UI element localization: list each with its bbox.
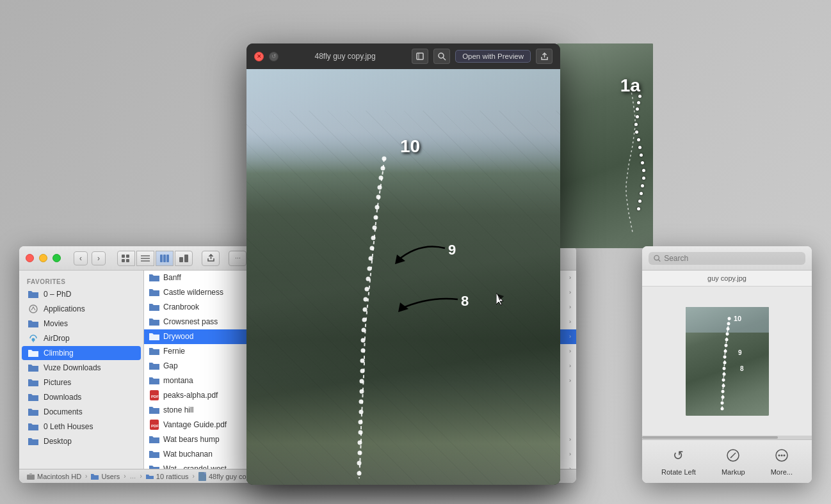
preview-thumb: 10 9 8 <box>642 287 812 436</box>
breadcrumb-users[interactable]: Users <box>91 473 120 480</box>
search-box[interactable] <box>649 252 805 265</box>
finder-maximize-button[interactable] <box>52 254 61 262</box>
jpg-file-icon <box>198 472 206 481</box>
sidebar-item-applications[interactable]: Applications <box>22 302 141 316</box>
svg-point-20 <box>362 318 367 322</box>
quicklook-share-button[interactable] <box>536 49 553 64</box>
svg-point-30 <box>359 420 363 425</box>
svg-point-14 <box>369 256 373 261</box>
sidebar-item-leth[interactable]: 0 Leth Houses <box>22 420 141 434</box>
sidebar-item-documents-label: Documents <box>44 407 83 416</box>
svg-point-10 <box>374 216 378 220</box>
more-button[interactable]: More... <box>771 445 793 476</box>
expand-chevron: › <box>569 377 571 384</box>
preview-scrollbar[interactable] <box>642 436 812 439</box>
sidebar-item-desktop[interactable]: Desktop <box>22 434 141 448</box>
expand-chevron: › <box>569 466 571 469</box>
expand-chevron: › <box>569 436 571 443</box>
svg-line-83 <box>731 453 736 457</box>
svg-rect-37 <box>126 255 129 258</box>
svg-point-68 <box>723 349 727 352</box>
preview-scrollbar-thumb <box>642 436 778 439</box>
sidebar-item-downloads[interactable]: Downloads <box>22 390 141 404</box>
finder-view-buttons <box>117 251 193 266</box>
svg-text:8: 8 <box>740 365 744 372</box>
sidebar-item-phd[interactable]: 0 – PhD <box>22 287 141 301</box>
rock-image: 10 9 8 <box>246 69 560 485</box>
preview-actions: ↺ Rotate Left Markup <box>642 439 812 483</box>
finder-column-view-button[interactable] <box>156 251 173 266</box>
markup-label: Markup <box>722 468 745 476</box>
ratticus-folder-icon <box>146 473 154 480</box>
sidebar-item-documents[interactable]: Documents <box>22 405 141 419</box>
sidebar-item-vuze[interactable]: Vuze Downloads <box>22 361 141 375</box>
finder-more-button[interactable]: ⋯ <box>229 251 246 266</box>
quicklook-open-with-preview-button[interactable]: Open with Preview <box>455 50 531 63</box>
svg-point-69 <box>723 355 726 358</box>
finder-back-button[interactable]: ‹ <box>74 251 88 265</box>
svg-point-62 <box>727 317 730 320</box>
airdrop-icon <box>28 333 38 343</box>
breadcrumb-macintosh-hd[interactable]: Macintosh HD <box>27 473 81 480</box>
macintosh-hd-icon <box>27 473 35 480</box>
finder-icon-view-button[interactable] <box>117 251 135 266</box>
desktop-folder-icon <box>28 436 38 446</box>
sidebar-item-pictures[interactable]: Pictures <box>22 375 141 390</box>
folder-icon <box>149 331 159 342</box>
rotate-left-icon: ↺ <box>668 445 689 466</box>
sidebar-item-desktop-label: Desktop <box>44 437 72 446</box>
svg-point-86 <box>778 455 780 457</box>
svg-line-84 <box>730 457 732 458</box>
sidebar-item-climbing[interactable]: Climbing <box>22 346 141 360</box>
finder-list-view-button[interactable] <box>136 251 154 266</box>
finder-cover-flow-button[interactable] <box>175 251 193 266</box>
svg-point-75 <box>721 390 724 393</box>
folder-icon <box>149 464 159 469</box>
folder-icon <box>149 302 159 312</box>
route-svg: 10 9 8 <box>246 69 560 485</box>
quicklook-icon-button[interactable] <box>412 49 428 64</box>
search-input[interactable] <box>664 254 800 263</box>
sidebar-item-airdrop[interactable]: AirDrop <box>22 331 141 345</box>
svg-point-4 <box>382 157 387 161</box>
folder-icon <box>149 361 159 371</box>
svg-rect-43 <box>160 255 163 262</box>
preview-panel: guy copy.jpg <box>642 246 812 483</box>
svg-point-34 <box>357 461 362 466</box>
svg-point-21 <box>362 328 366 333</box>
finder-minimize-button[interactable] <box>39 254 47 262</box>
svg-point-18 <box>364 297 368 302</box>
breadcrumb-ellipsis: … <box>130 473 136 480</box>
quicklook-title: 48fly guy copy.jpg <box>284 52 407 61</box>
sidebar-item-movies[interactable]: Movies <box>22 317 141 331</box>
rotate-left-button[interactable]: ↺ Rotate Left <box>661 445 696 476</box>
sidebar: Favorites 0 – PhD Applications Movies <box>19 271 144 469</box>
folder-icon <box>149 449 159 459</box>
quicklook-search-icon-button[interactable] <box>433 49 450 64</box>
route-label-10: 10 <box>400 136 420 156</box>
users-folder-icon <box>91 473 99 480</box>
quicklook-close-button[interactable]: ✕ <box>254 52 264 61</box>
quicklook-refresh-button[interactable]: ↺ <box>269 52 278 61</box>
finder-close-button[interactable] <box>26 254 34 262</box>
svg-point-35 <box>357 471 362 476</box>
downloads-folder-icon <box>28 392 38 402</box>
folder-icon <box>149 375 159 386</box>
movies-icon <box>28 319 38 329</box>
breadcrumb-sep-3: › <box>140 473 142 480</box>
expand-chevron: › <box>569 363 571 369</box>
finder-action-button[interactable] <box>202 251 220 266</box>
breadcrumb-users-label: Users <box>101 473 120 480</box>
svg-point-63 <box>727 322 730 325</box>
search-icon <box>654 255 661 262</box>
folder-icon <box>149 434 159 445</box>
more-label: More... <box>771 468 793 476</box>
markup-button[interactable]: Markup <box>722 445 745 476</box>
sidebar-item-phd-label: 0 – PhD <box>44 290 71 299</box>
svg-point-16 <box>366 277 371 281</box>
sidebar-item-vuze-label: Vuze Downloads <box>44 363 101 372</box>
thumb-image: 10 9 8 <box>686 307 769 416</box>
svg-point-87 <box>780 455 782 457</box>
finder-forward-button[interactable]: › <box>92 251 106 265</box>
breadcrumb-10-ratticus[interactable]: 10 ratticus <box>146 473 189 480</box>
